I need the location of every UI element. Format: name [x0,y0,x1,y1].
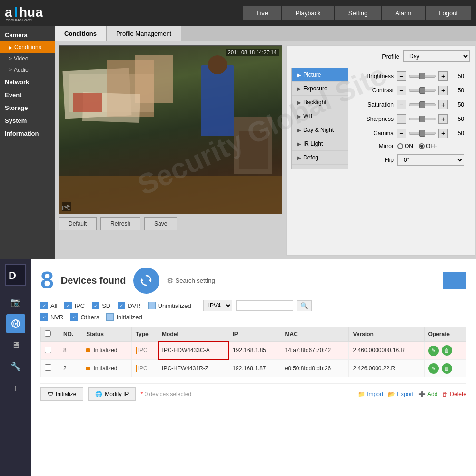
filter-nvr[interactable]: ✓ NVR [40,313,63,321]
modify-ip-button[interactable]: 🌐 Modify IP [88,387,136,401]
svg-text:a: a [5,5,12,20]
add-button[interactable]: ➕ Add [418,391,437,397]
menu-item-defog[interactable]: ▶ Defog [292,151,348,165]
contrast-track[interactable] [409,89,436,92]
sidebar-group-storage[interactable]: Storage [0,101,55,114]
sharpness-track[interactable] [409,118,436,120]
row1-delete-button[interactable]: 🗑 [442,345,452,356]
th-model: Model [158,327,228,342]
menu-item-picture[interactable]: ▶ Picture [292,68,348,82]
ipv4-select[interactable]: IPV4 IPV6 [203,300,232,311]
menu-item-wb[interactable]: ▶ WB [292,109,348,123]
tab-conditions[interactable]: Conditions [55,26,107,41]
row2-type: IPC [131,359,158,377]
inner-content: 2011-08-18 14:27:14 IPC ⤢ Default Refres… [55,41,476,259]
nav-playback[interactable]: Playback [282,6,334,20]
menu-item-exposure[interactable]: ▶ Exposure [292,82,348,96]
bottom-nav-network[interactable] [6,314,25,333]
delete-button[interactable]: 🗑 Delete [442,391,466,397]
video-container: 2011-08-18 14:27:14 IPC ⤢ [59,45,282,214]
right-settings: Brightness − + 50 Contrast − [352,68,470,169]
gamma-increase[interactable]: + [438,129,448,138]
select-all-checkbox[interactable] [45,330,51,337]
brightness-decrease[interactable]: − [397,71,406,81]
default-button[interactable]: Default [59,217,97,230]
contrast-increase[interactable]: + [438,86,448,95]
sidebar-item-video[interactable]: > Video [0,53,55,64]
sidebar-group-system[interactable]: System [0,114,55,127]
mirror-label: Mirror [358,143,394,149]
device-header: 8 Devices found ⚙ Search setting [40,267,466,294]
th-type: Type [131,327,158,342]
save-button[interactable]: Save [144,217,177,230]
saturation-decrease[interactable]: − [397,100,406,109]
bottom-nav-update[interactable]: ↑ [6,378,25,397]
export-button[interactable]: 📂 Export [388,391,414,397]
brightness-track[interactable] [409,75,436,78]
menu-item-daynight[interactable]: ▶ Day & Night [292,123,348,137]
sidebar-item-audio[interactable]: > Audio [0,64,55,76]
menu-item-irlight[interactable]: ▶ IR Light [292,137,348,151]
bottom-nav-camera[interactable]: 📷 [6,293,25,312]
nav-setting[interactable]: Setting [335,6,381,20]
sidebar-item-conditions[interactable]: ▶ Conditions [0,41,55,53]
row2-delete-button[interactable]: 🗑 [442,363,452,374]
th-operate: Operate [424,327,466,342]
filter-others[interactable]: ✓ Others [70,313,99,321]
sidebar-group-information[interactable]: Information [0,127,55,140]
sd-checkbox[interactable]: ✓ [92,302,99,309]
search-button[interactable]: 🔍 [297,300,312,311]
sharpness-increase[interactable]: + [438,114,448,124]
nav-logout[interactable]: Logout [426,6,471,20]
search-input[interactable] [236,300,293,311]
profile-select[interactable]: Day Night Normal [403,50,470,62]
tab-profile-management[interactable]: Profile Management [107,26,181,41]
mirror-on-radio[interactable]: ON [397,143,413,149]
filter-ipc[interactable]: ✓ IPC [64,302,85,309]
fullscreen-icon[interactable]: ⤢ [62,202,71,211]
all-checkbox[interactable]: ✓ [40,302,48,309]
contrast-decrease[interactable]: − [397,86,406,95]
sidebar-group-network[interactable]: Network [0,76,55,89]
nvr-checkbox[interactable]: ✓ [40,313,48,321]
dvr-checkbox[interactable]: ✓ [118,302,125,309]
saturation-increase[interactable]: + [438,100,448,109]
row2-edit-button[interactable]: ✎ [428,363,439,374]
filter-sd[interactable]: ✓ SD [92,302,110,309]
filter-uninitialized[interactable]: Uninitialized [148,302,191,309]
row2-no: 2 [59,359,82,377]
sidebar-group-event[interactable]: Event [0,89,55,101]
mirror-off-radio[interactable]: OFF [419,143,437,149]
filter-all[interactable]: ✓ All [40,302,57,309]
brightness-increase[interactable]: + [438,71,448,81]
search-setting-button[interactable]: ⚙ Search setting [167,276,215,285]
refresh-devices-button[interactable] [133,268,159,294]
row2-checkbox[interactable] [45,364,51,371]
bottom-nav-monitor[interactable]: 🖥 [6,336,25,355]
import-button[interactable]: 📁 Import [358,391,383,397]
gamma-track[interactable] [409,132,436,135]
bottom-nav-tools[interactable]: 🔧 [6,357,25,376]
refresh-button[interactable]: Refresh [100,217,140,230]
gamma-label: Gamma [358,130,394,137]
gamma-decrease[interactable]: − [397,129,406,138]
type-bar [136,347,137,354]
profile-row: Profile Day Night Normal [291,50,470,62]
sharpness-decrease[interactable]: − [397,114,406,124]
saturation-track[interactable] [409,103,436,106]
nav-alarm[interactable]: Alarm [382,6,425,20]
flip-select[interactable]: 0° 90° 180° 270° [397,154,464,166]
top-right-btn[interactable] [443,272,466,289]
filter-initialized[interactable]: Initialized [106,313,142,321]
sidebar-group-camera[interactable]: Camera [0,29,55,41]
gamma-value: 50 [451,130,464,137]
nav-live[interactable]: Live [243,6,281,20]
menu-item-backlight[interactable]: ▶ Backlight [292,96,348,109]
ipc-checkbox[interactable]: ✓ [64,302,72,309]
others-checkbox[interactable]: ✓ [70,313,78,321]
row1-checkbox[interactable] [45,347,51,353]
filter-dvr[interactable]: ✓ DVR [118,302,140,309]
bottom-section: D 📷 🖥 🔧 ↑ 8 Devices found [0,259,476,476]
row1-edit-button[interactable]: ✎ [428,346,439,356]
initialize-button[interactable]: 🛡 Initialize [40,387,83,401]
